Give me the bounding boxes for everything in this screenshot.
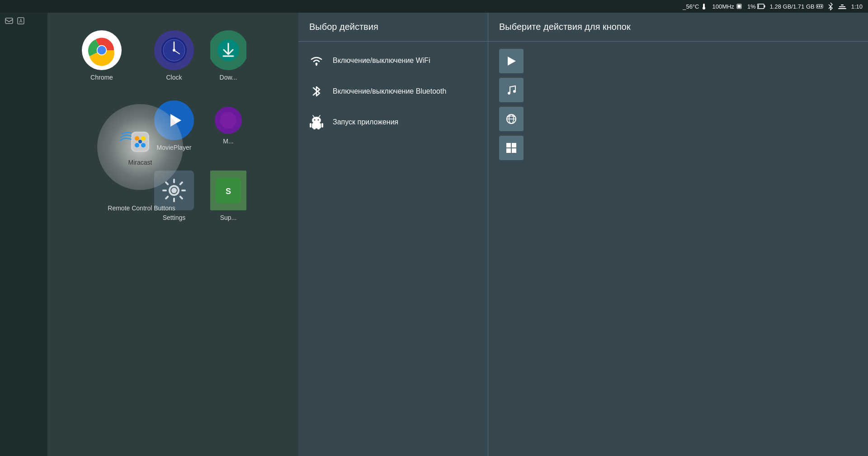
- svg-rect-56: [506, 143, 511, 147]
- miracast-label: Miracast: [128, 159, 152, 166]
- svg-rect-48: [313, 128, 316, 129]
- launch-action-label: Запуск приложения: [333, 118, 398, 126]
- android-action-icon: [309, 115, 324, 129]
- svg-point-51: [508, 92, 510, 95]
- bluetooth-icon: [828, 2, 833, 10]
- svg-point-42: [318, 119, 319, 121]
- cpu-display: 100MHz: [712, 3, 742, 10]
- play-btn-icon: [505, 55, 517, 67]
- action-bluetooth[interactable]: Включение/выключение Bluetooth: [298, 76, 488, 107]
- svg-marker-50: [508, 57, 516, 66]
- button-actions-grid: [488, 42, 868, 167]
- sup-icon: S: [210, 171, 246, 210]
- memory-display: 1.28 GB/1.71 GB: [770, 3, 823, 10]
- battery-display: 1%: [747, 3, 765, 10]
- notification-icon-2: A: [16, 16, 25, 25]
- settings-label: Settings: [163, 214, 186, 221]
- clock-icon: [154, 30, 194, 70]
- svg-rect-8: [817, 5, 818, 7]
- miracast-svg-icon: [120, 129, 160, 154]
- svg-point-36: [135, 143, 139, 147]
- notification-icon-1: [5, 16, 14, 25]
- clock-label: Clock: [166, 74, 182, 81]
- svg-rect-58: [506, 148, 511, 153]
- action-btn-music[interactable]: [499, 78, 524, 102]
- m2-svg: [219, 111, 237, 129]
- remote-control-label: Remote Control Buttons: [99, 204, 184, 212]
- svg-point-40: [312, 117, 321, 124]
- svg-rect-3: [738, 5, 741, 8]
- bluetooth-action-icon: [309, 84, 324, 99]
- time-display: 1:10: [851, 3, 863, 10]
- bluetooth-action-label: Включение/выключение Bluetooth: [333, 87, 446, 95]
- svg-rect-49: [317, 128, 320, 129]
- app-m2[interactable]: M...: [210, 90, 246, 161]
- svg-text:A: A: [19, 19, 23, 24]
- m2-icon: [215, 107, 242, 134]
- wifi-svg: [310, 55, 323, 66]
- action-select-header: Выбор действия: [298, 13, 488, 42]
- clock-svg-icon: [160, 37, 188, 64]
- svg-point-41: [314, 119, 316, 121]
- action-wifi[interactable]: Включение/выключение WiFi: [298, 45, 488, 76]
- svg-rect-5: [764, 5, 765, 8]
- button-actions-header: Выберите действия для кнопок: [488, 13, 868, 42]
- app-clock[interactable]: Clock: [138, 20, 210, 90]
- left-sidebar: A: [0, 13, 47, 456]
- download-icon: [210, 30, 246, 70]
- svg-point-35: [141, 136, 146, 141]
- svg-point-27: [220, 112, 236, 128]
- music-btn-icon: [505, 84, 517, 96]
- action-btn-grid[interactable]: [499, 136, 524, 160]
- app-sup[interactable]: S Sup...: [210, 161, 246, 231]
- download-label: Dow...: [220, 74, 237, 81]
- app-download[interactable]: Dow...: [210, 20, 246, 90]
- battery-value: 1%: [747, 3, 756, 10]
- action-list: Включение/выключение WiFi Включение/выкл…: [298, 42, 488, 141]
- svg-point-37: [141, 143, 146, 147]
- action-btn-play[interactable]: [499, 49, 524, 73]
- app-chrome[interactable]: Chrome: [66, 20, 138, 90]
- svg-point-34: [135, 136, 139, 141]
- miracast-app[interactable]: Miracast: [97, 104, 183, 190]
- temperature-value: _56°C: [683, 3, 699, 10]
- ie-btn-icon: [505, 113, 518, 125]
- svg-text:S: S: [226, 187, 231, 196]
- svg-point-39: [316, 63, 318, 65]
- sup-label: Sup...: [220, 214, 237, 221]
- svg-point-38: [138, 140, 142, 143]
- grid-btn-icon: [505, 142, 517, 154]
- svg-line-44: [319, 115, 320, 117]
- svg-rect-9: [819, 5, 820, 7]
- svg-rect-59: [512, 148, 516, 153]
- chrome-svg-icon: [86, 34, 118, 66]
- svg-rect-46: [310, 123, 311, 128]
- svg-rect-10: [821, 5, 822, 7]
- cpu-icon: [736, 3, 743, 10]
- temperature-icon: [700, 3, 708, 10]
- cpu-value: 100MHz: [712, 3, 734, 10]
- action-btn-ie[interactable]: [499, 107, 524, 131]
- svg-point-22: [173, 49, 175, 52]
- svg-point-17: [97, 46, 106, 54]
- connection-icon: [838, 3, 847, 10]
- app-row-1: Chrome Clock: [66, 20, 246, 90]
- status-bar: _56°C 100MHz 1% 1.28 GB/1.71 GB: [0, 0, 868, 13]
- sup-svg-icon: S: [216, 178, 241, 203]
- miracast-icon: [118, 128, 163, 155]
- battery-icon: [757, 3, 765, 10]
- svg-point-1: [703, 7, 705, 10]
- bluetooth-status: [828, 2, 833, 10]
- svg-rect-45: [312, 123, 321, 128]
- svg-rect-6: [758, 5, 759, 8]
- temperature-display: _56°C: [683, 3, 708, 10]
- button-actions-panel: Выберите действия для кнопок: [488, 13, 868, 456]
- m2-label: M...: [223, 138, 233, 145]
- svg-rect-11: [5, 18, 13, 24]
- action-launch[interactable]: Запуск приложения: [298, 107, 488, 138]
- svg-rect-47: [321, 123, 323, 128]
- chrome-label: Chrome: [90, 74, 113, 81]
- bluetooth-svg: [311, 84, 321, 99]
- wifi-action-label: Включение/выключение WiFi: [333, 57, 430, 65]
- chrome-icon: [82, 30, 122, 70]
